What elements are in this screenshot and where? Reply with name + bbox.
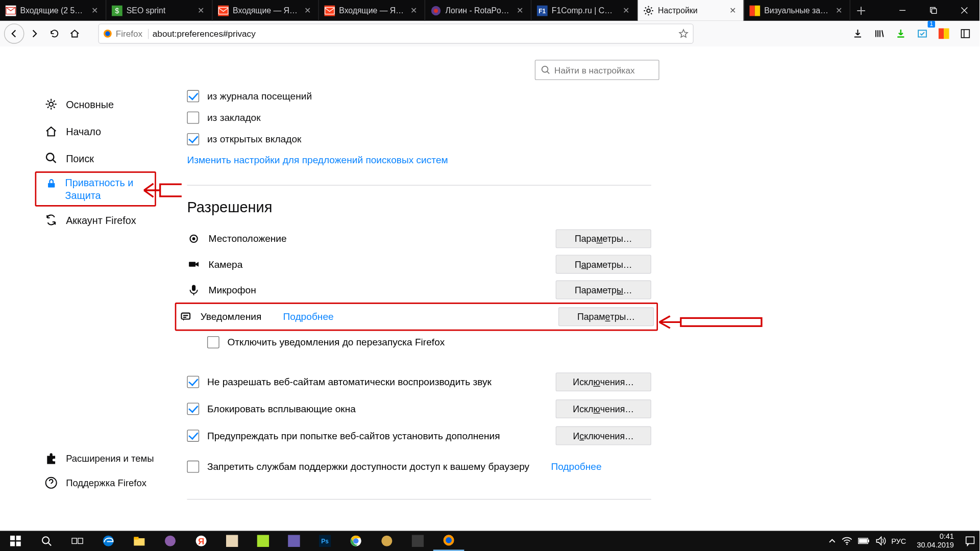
close-icon[interactable]: ✕ [302,5,313,16]
extension-flag-icon[interactable] [934,23,954,44]
search-taskbar-button[interactable] [31,531,62,551]
tab-yandex1[interactable]: Входящие — Янде ✕ [212,0,318,21]
reload-button[interactable] [44,23,65,44]
checkbox-icon[interactable] [187,376,199,388]
tab-rotapost[interactable]: Логин - RotaPost.ru ✕ [425,0,531,21]
sidebar-item-extensions[interactable]: Расширения и темы [35,446,170,470]
checkbox-icon[interactable] [187,430,199,442]
link-a11y-more[interactable]: Подробнее [551,461,601,472]
sidebar-footer: Расширения и темы Поддержка Firefox [35,446,170,495]
maximize-button[interactable] [918,0,949,21]
sidebar-item-support[interactable]: Поддержка Firefox [35,471,170,495]
svg-rect-25 [48,183,55,188]
taskbar-app-chrome[interactable] [340,531,372,551]
taskbar-app-explorer[interactable] [124,531,155,551]
downloads-button[interactable] [848,23,868,44]
library-button[interactable] [869,23,890,44]
checkbox-icon[interactable] [187,461,199,473]
close-icon[interactable]: ✕ [89,5,100,16]
close-icon[interactable]: ✕ [408,5,419,16]
search-preferences-input[interactable]: Найти в настройках [535,60,659,80]
checkbox-label: Отключить уведомления до перезапуска Fir… [227,337,445,347]
tab-label: F1Comp.ru | Советы [552,6,617,15]
battery-icon[interactable] [857,537,870,545]
task-view-button[interactable] [62,531,93,551]
close-icon[interactable]: ✕ [621,5,632,16]
sidebar-item-sync[interactable]: Аккаунт Firefox [35,207,156,234]
checkbox-opentabs[interactable]: из открытых вкладок [187,129,651,150]
svg-point-37 [42,537,49,543]
gear-icon [44,97,58,111]
close-window-button[interactable] [948,0,979,21]
exceptions-button[interactable]: Исключения… [556,427,651,445]
location-icon [187,232,200,245]
action-center-icon[interactable] [965,536,975,546]
tab-yandex2[interactable]: Входящие — Янде ✕ [319,0,425,21]
tab-f1comp[interactable]: F1 F1Comp.ru | Советы ✕ [531,0,638,21]
taskbar-app-firefox[interactable] [433,531,464,551]
taskbar-app-yandex[interactable]: Я [186,531,217,551]
close-icon[interactable]: ✕ [514,5,525,16]
volume-icon[interactable] [875,536,886,545]
savefrom-icon[interactable]: 1 [912,23,933,44]
tab-gmail[interactable]: Входящие (2 559) ✕ [0,0,106,21]
params-button[interactable]: Параметры… [558,307,654,326]
tab-settings[interactable]: Настройки ✕ [638,0,744,21]
params-button[interactable]: Параметры… [556,255,651,274]
checkbox-bookmarks[interactable]: из закладок [187,107,651,129]
svg-rect-54 [412,535,424,547]
close-icon[interactable]: ✕ [727,5,738,16]
checkbox-label: из открытых вкладок [207,134,301,144]
params-button[interactable]: Параметры… [556,229,651,248]
taskbar-clock[interactable]: 0:41 30.04.2019 [912,533,960,549]
taskbar-app-1[interactable] [155,531,186,551]
taskbar-app-3[interactable] [279,531,310,551]
language-indicator[interactable]: РУС [891,537,906,545]
address-bar[interactable]: Firefox about:preferences#privacy [98,23,693,44]
sync-icon [44,213,58,227]
taskbar-app-2[interactable] [216,531,248,551]
exceptions-button[interactable]: Исключения… [556,372,651,391]
back-button[interactable] [4,23,24,44]
svg-rect-38 [72,538,77,544]
minimize-button[interactable] [887,0,918,21]
svg-point-24 [46,154,54,161]
identity-label: Firefox [116,29,142,39]
tab-bookmarks[interactable]: Визуальные заклад ✕ [744,0,850,21]
checkbox-disable-notifs[interactable]: Отключить уведомления до перезапуска Fir… [207,331,651,354]
taskbar-app-notepadpp[interactable] [248,531,279,551]
checkbox-icon[interactable] [187,403,199,415]
forward-button[interactable] [24,23,44,44]
download-green-icon[interactable] [891,23,911,44]
home-button[interactable] [65,23,85,44]
exceptions-button[interactable]: Исключения… [556,399,651,418]
svg-point-57 [846,544,848,545]
tray-expand-icon[interactable] [828,537,836,545]
tab-seosprint[interactable]: $ SEO sprint ✕ [106,0,212,21]
sidebar-item-home[interactable]: Начало [35,118,156,145]
svg-rect-61 [966,537,974,543]
svg-point-52 [353,538,359,544]
yandex-bookmarks-icon [749,5,760,16]
bookmark-star-icon[interactable] [678,28,689,39]
sidebar-button[interactable] [955,23,976,44]
start-button[interactable] [0,531,31,551]
link-notif-more[interactable]: Подробнее [283,311,334,322]
taskbar-app-edge[interactable] [93,531,124,551]
sidebar-item-general[interactable]: Основные [35,91,156,118]
wifi-icon[interactable] [842,536,852,545]
sidebar-item-privacy[interactable]: Приватность и Защита [35,171,156,207]
taskbar-app-5[interactable] [402,531,433,551]
taskbar-app-4[interactable] [372,531,403,551]
sidebar-item-search[interactable]: Поиск [35,144,156,171]
new-tab-button[interactable] [850,0,872,21]
close-icon[interactable]: ✕ [196,5,207,16]
svg-rect-15 [932,9,936,13]
checkbox-history[interactable]: из журнала посещений [187,85,651,107]
perm-label: Уведомления [201,311,262,322]
close-icon[interactable]: ✕ [834,5,844,16]
params-button[interactable]: Параметры… [556,281,651,299]
preferences-page: Найти в настройках Основные Начало Поиск… [0,46,979,531]
taskbar-app-photoshop[interactable]: Ps [309,531,340,551]
link-search-engines[interactable]: Изменить настройки для предложений поиск… [187,155,448,165]
